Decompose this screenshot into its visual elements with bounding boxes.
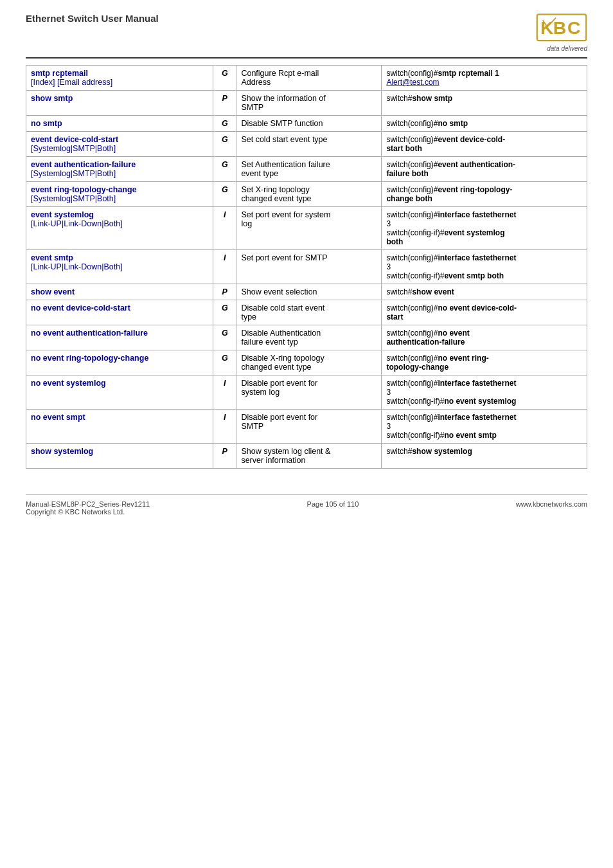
footer-left: Manual-ESML8P-PC2_Series-Rev1211 Copyrig… — [26, 500, 150, 516]
example-cell: switch(config)#interface fastethernet3sw… — [382, 207, 587, 250]
table-row: event ring-topology-change[Systemlog|SMT… — [26, 182, 587, 207]
cmd-cell: no smtp — [26, 116, 213, 132]
example-cell: switch#show systemlog — [382, 444, 587, 469]
table-row: show eventPShow event selectionswitch#sh… — [26, 284, 587, 300]
mode-cell: I — [213, 207, 236, 250]
description-cell: Set port event for SMTP — [236, 250, 382, 284]
svg-text:C: C — [567, 17, 581, 38]
description-cell: Set X-ring topologychanged event type — [236, 182, 382, 207]
cmd-cell: no event smpt — [26, 410, 213, 444]
table-row: event device-cold-start[Systemlog|SMTP|B… — [26, 132, 587, 157]
example-cell: switch#show event — [382, 284, 587, 300]
table-row: no event device-cold-startGDisable cold … — [26, 300, 587, 325]
manual-id: Manual-ESML8P-PC2_Series-Rev1211 — [26, 500, 150, 508]
table-row: event systemlog[Link-UP|Link-Down|Both]I… — [26, 207, 587, 250]
table-row: no smtpGDisable SMTP functionswitch(conf… — [26, 116, 587, 132]
example-cell: switch(config)#no event ring-topology-ch… — [382, 350, 587, 375]
mode-cell: G — [213, 132, 236, 157]
description-cell: Show system log client &server informati… — [236, 444, 382, 469]
command-table: smtp rcptemail[Index] [Email address]GCo… — [26, 65, 587, 469]
mode-cell: G — [213, 300, 236, 325]
cmd-cell: show systemlog — [26, 444, 213, 469]
description-cell: Set port event for systemlog — [236, 207, 382, 250]
description-cell: Show the information ofSMTP — [236, 91, 382, 116]
logo-tagline: data delivered — [547, 45, 587, 52]
kbc-logo: K B C — [536, 13, 587, 45]
page-number: Page 105 of 110 — [307, 500, 359, 516]
table-row: no event authentication-failureGDisable … — [26, 325, 587, 350]
table-row: show smtpPShow the information ofSMTPswi… — [26, 91, 587, 116]
table-row: no event ring-topology-changeGDisable X-… — [26, 350, 587, 375]
mode-cell: P — [213, 284, 236, 300]
description-cell: Set cold start event type — [236, 132, 382, 157]
mode-cell: P — [213, 444, 236, 469]
copyright: Copyright © KBC Networks Ltd. — [26, 508, 150, 516]
description-cell: Disable SMTP function — [236, 116, 382, 132]
description-cell: Disable X-ring topologychanged event typ… — [236, 350, 382, 375]
cmd-cell: show event — [26, 284, 213, 300]
example-cell: switch(config)#event ring-topology-chang… — [382, 182, 587, 207]
description-cell: Configure Rcpt e-mailAddress — [236, 66, 382, 91]
mode-cell: G — [213, 66, 236, 91]
mode-cell: G — [213, 157, 236, 182]
mode-cell: I — [213, 375, 236, 410]
cmd-cell: event device-cold-start[Systemlog|SMTP|B… — [26, 132, 213, 157]
description-cell: Set Authentication failureevent type — [236, 157, 382, 182]
description-cell: Show event selection — [236, 284, 382, 300]
document-title: Ethernet Switch User Manual — [26, 13, 159, 24]
example-cell: switch(config)#no smtp — [382, 116, 587, 132]
table-row: event authentication-failure[Systemlog|S… — [26, 157, 587, 182]
example-cell: switch(config)#no eventauthentication-fa… — [382, 325, 587, 350]
logo-container: K B C data delivered — [536, 13, 587, 52]
cmd-cell: event authentication-failure[Systemlog|S… — [26, 157, 213, 182]
mode-cell: G — [213, 325, 236, 350]
example-cell: switch(config)#interface fastethernet3sw… — [382, 250, 587, 284]
cmd-cell: no event authentication-failure — [26, 325, 213, 350]
cmd-cell: no event device-cold-start — [26, 300, 213, 325]
cmd-cell: event ring-topology-change[Systemlog|SMT… — [26, 182, 213, 207]
table-row: show systemlogPShow system log client &s… — [26, 444, 587, 469]
mode-cell: G — [213, 116, 236, 132]
mode-cell: G — [213, 182, 236, 207]
table-row: no event systemlogIDisable port event fo… — [26, 375, 587, 410]
table-row: smtp rcptemail[Index] [Email address]GCo… — [26, 66, 587, 91]
page-footer: Manual-ESML8P-PC2_Series-Rev1211 Copyrig… — [26, 494, 587, 516]
mode-cell: I — [213, 250, 236, 284]
table-row: event smtp[Link-UP|Link-Down|Both]ISet p… — [26, 250, 587, 284]
mode-cell: G — [213, 350, 236, 375]
description-cell: Disable cold start eventtype — [236, 300, 382, 325]
cmd-cell: event systemlog[Link-UP|Link-Down|Both] — [26, 207, 213, 250]
cmd-cell: smtp rcptemail[Index] [Email address] — [26, 66, 213, 91]
page-header: Ethernet Switch User Manual K B C data d… — [26, 13, 587, 59]
example-cell: switch#show smtp — [382, 91, 587, 116]
mode-cell: I — [213, 410, 236, 444]
example-cell: switch(config)#smtp rcptemail 1Alert@tes… — [382, 66, 587, 91]
cmd-cell: show smtp — [26, 91, 213, 116]
cmd-cell: no event systemlog — [26, 375, 213, 410]
description-cell: Disable port event forsystem log — [236, 375, 382, 410]
table-row: no event smptIDisable port event forSMTP… — [26, 410, 587, 444]
cmd-cell: no event ring-topology-change — [26, 350, 213, 375]
example-cell: switch(config)#event authentication-fail… — [382, 157, 587, 182]
description-cell: Disable Authenticationfailure event typ — [236, 325, 382, 350]
example-cell: switch(config)#interface fastethernet3sw… — [382, 375, 587, 410]
example-cell: switch(config)#no event device-cold-star… — [382, 300, 587, 325]
website: www.kbcnetworks.com — [516, 500, 587, 516]
description-cell: Disable port event forSMTP — [236, 410, 382, 444]
mode-cell: P — [213, 91, 236, 116]
example-cell: switch(config)#interface fastethernet3sw… — [382, 410, 587, 444]
svg-text:B: B — [553, 17, 567, 38]
cmd-cell: event smtp[Link-UP|Link-Down|Both] — [26, 250, 213, 284]
example-cell: switch(config)#event device-cold-start b… — [382, 132, 587, 157]
